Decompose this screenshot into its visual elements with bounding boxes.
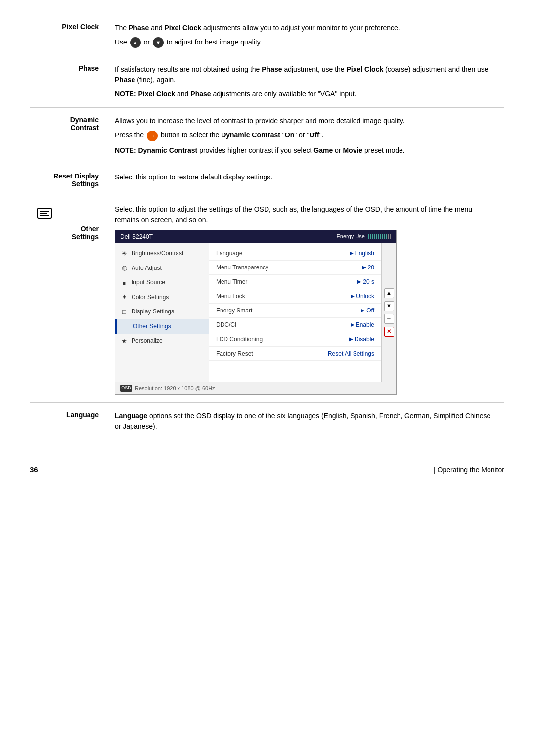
- up-arrow-icon: ▲: [130, 37, 141, 48]
- other-settings-menu-icon: ≣: [122, 321, 130, 331]
- menu-input-label: Input Source: [132, 278, 165, 287]
- osd-menu-other[interactable]: ≣ Other Settings: [115, 319, 209, 334]
- tri-icon: ▶: [362, 264, 366, 271]
- submenu-ddc-label: DDC/CI: [216, 320, 236, 329]
- submenu-lcd-label: LCD Conditioning: [216, 335, 263, 344]
- other-settings-label-icon: [36, 204, 99, 222]
- energy-bars-icon: [368, 234, 391, 239]
- submenu-energy-smart[interactable]: Energy Smart ▶ Off: [209, 304, 381, 318]
- submenu-lcd-conditioning[interactable]: LCD Conditioning ▶ Disable: [209, 332, 381, 347]
- osd-menu-display[interactable]: □ Display Settings: [115, 305, 209, 319]
- brightness-icon: ☀: [120, 249, 128, 259]
- pixel-clock-text1: The Phase and Pixel Clock adjustments al…: [115, 23, 498, 33]
- submenu-menu-lock[interactable]: Menu Lock ▶ Unlock: [209, 289, 381, 304]
- color-settings-icon: ✦: [120, 292, 128, 302]
- menu-brightness-label: Brightness/Contrast: [132, 249, 183, 258]
- submenu-lock-label: Menu Lock: [216, 292, 245, 301]
- submenu-factory-reset[interactable]: Factory Reset Reset All Settings: [209, 347, 381, 361]
- osd-submenu: Language ▶ English Menu Transparency: [209, 243, 381, 382]
- pixel-clock-text2: Use ▲ or ▼ to adjust for best image qual…: [115, 37, 498, 48]
- main-table: Pixel Clock The Phase and Pixel Clock ad…: [30, 15, 504, 440]
- dc-text2: Press the → button to select the Dynamic…: [115, 130, 498, 141]
- osd-menu-brightness[interactable]: ☀ Brightness/Contrast: [115, 246, 209, 261]
- tri-icon: ▶: [351, 292, 355, 300]
- tri-icon: ▶: [350, 249, 354, 257]
- dynamic-contrast-content: Allows you to increase the level of cont…: [109, 108, 504, 164]
- submenu-language[interactable]: Language ▶ English: [209, 246, 381, 261]
- language-label: Language: [30, 403, 109, 440]
- phase-label: Phase: [30, 56, 109, 108]
- submenu-energy-value: ▶ Off: [361, 306, 374, 315]
- osd-body: ☀ Brightness/Contrast ◍ Auto Adjust ∎ In…: [115, 243, 396, 382]
- dynamic-contrast-row: Dynamic Contrast Allows you to increase …: [30, 108, 504, 164]
- nav-right-button[interactable]: →: [384, 314, 394, 324]
- pixel-clock-row: Pixel Clock The Phase and Pixel Clock ad…: [30, 15, 504, 56]
- energy-label: Energy Use: [337, 232, 365, 241]
- language-text: Language options set the OSD display to …: [115, 411, 498, 432]
- osd-title: Dell S2240T: [120, 232, 153, 241]
- submenu-language-label: Language: [216, 249, 242, 258]
- osd-panel: Dell S2240T Energy Use: [115, 230, 397, 395]
- nav-up-button[interactable]: ▲: [384, 288, 394, 298]
- page: Pixel Clock The Phase and Pixel Clock ad…: [0, 0, 534, 756]
- language-row: Language Language options set the OSD di…: [30, 403, 504, 440]
- submenu-factory-value: Reset All Settings: [328, 349, 374, 358]
- energy-bar: Energy Use: [337, 232, 391, 241]
- dc-text1: Allows you to increase the level of cont…: [115, 116, 498, 126]
- osd-logo-icon: OSD: [120, 385, 132, 392]
- language-content: Language options set the OSD display to …: [109, 403, 504, 440]
- display-settings-icon: □: [120, 307, 128, 317]
- pixel-clock-content: The Phase and Pixel Clock adjustments al…: [109, 15, 504, 56]
- tri-icon: ▶: [361, 307, 365, 314]
- dc-note: NOTE: Dynamic Contrast provides higher c…: [115, 145, 498, 156]
- phase-row: Phase If satisfactory results are not ob…: [30, 56, 504, 108]
- input-source-icon: ∎: [120, 278, 128, 288]
- reset-display-row: Reset Display Settings Select this optio…: [30, 164, 504, 196]
- submenu-factory-label: Factory Reset: [216, 349, 253, 358]
- menu-display-label: Display Settings: [132, 307, 174, 316]
- page-number: 36: [30, 465, 38, 474]
- nav-close-button[interactable]: ✕: [384, 327, 394, 337]
- osd-menu-color[interactable]: ✦ Color Settings: [115, 290, 209, 305]
- submenu-timer-value: ▶ 20 s: [357, 277, 374, 286]
- down-arrow-icon: ▼: [153, 37, 164, 48]
- submenu-transparency-value: ▶ 20: [362, 263, 374, 272]
- submenu-ddc-value: ▶ Enable: [351, 320, 374, 329]
- osd-header: Dell S2240T Energy Use: [115, 230, 396, 243]
- menu-color-label: Color Settings: [132, 293, 169, 302]
- osd-nav-col: ▲ ▼ → ✕: [381, 243, 396, 382]
- tri-icon: ▶: [351, 321, 355, 328]
- submenu-lcd-value: ▶ Disable: [349, 335, 374, 344]
- osd-menu-auto[interactable]: ◍ Auto Adjust: [115, 261, 209, 275]
- dynamic-contrast-label: Dynamic Contrast: [30, 108, 109, 164]
- submenu-timer-label: Menu Timer: [216, 277, 247, 286]
- other-settings-label: Other Settings: [30, 196, 109, 403]
- right-arrow-icon: →: [147, 131, 158, 141]
- osd-footer: OSD Resolution: 1920 x 1080 @ 60Hz: [115, 382, 396, 395]
- osd-menu-personalize[interactable]: ★ Personalize: [115, 334, 209, 349]
- reset-text: Select this option to restore default di…: [115, 172, 498, 182]
- page-footer: 36 | Operating the Monitor: [30, 460, 504, 474]
- personalize-icon: ★: [120, 336, 128, 346]
- other-settings-content: Select this option to adjust the setting…: [109, 196, 504, 403]
- tri-icon: ▶: [349, 335, 353, 343]
- menu-other-label: Other Settings: [133, 322, 171, 331]
- osd-left-menu: ☀ Brightness/Contrast ◍ Auto Adjust ∎ In…: [115, 243, 209, 382]
- osd-footer-resolution: Resolution: 1920 x 1080 @ 60Hz: [135, 384, 215, 393]
- submenu-language-value: ▶ English: [350, 249, 374, 258]
- reset-display-content: Select this option to restore default di…: [109, 164, 504, 196]
- reset-display-label: Reset Display Settings: [30, 164, 109, 196]
- submenu-lock-value: ▶ Unlock: [351, 292, 374, 301]
- submenu-menu-transparency[interactable]: Menu Transparency ▶ 20: [209, 261, 381, 275]
- menu-lines-icon: [37, 208, 52, 219]
- other-settings-row: Other Settings Select this option to adj…: [30, 196, 504, 403]
- tri-icon: ▶: [357, 278, 361, 285]
- submenu-energy-label: Energy Smart: [216, 306, 252, 315]
- nav-down-button[interactable]: ▼: [384, 301, 394, 311]
- submenu-ddc-ci[interactable]: DDC/CI ▶ Enable: [209, 318, 381, 332]
- other-text1: Select this option to adjust the setting…: [115, 204, 498, 225]
- submenu-menu-timer[interactable]: Menu Timer ▶ 20 s: [209, 275, 381, 289]
- page-footer-label: | Operating the Monitor: [434, 466, 504, 474]
- menu-personalize-label: Personalize: [132, 336, 163, 345]
- osd-menu-input[interactable]: ∎ Input Source: [115, 275, 209, 290]
